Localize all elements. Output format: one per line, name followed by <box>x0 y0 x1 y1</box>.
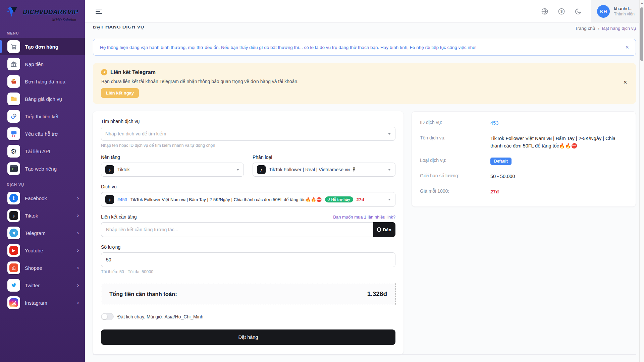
service-search-select[interactable]: Nhập tên dịch vụ để tìm kiếm <box>101 127 395 141</box>
detail-id-value[interactable]: 453 <box>490 120 498 127</box>
sidebar-item-label: Telegram <box>25 230 46 236</box>
avatar: KH <box>597 5 610 18</box>
brand-logo[interactable]: DICHVUDARKVIP MMO Solution <box>0 0 85 26</box>
search-label: Tìm nhanh dịch vụ <box>101 119 395 124</box>
sidebar-item-purchased-orders[interactable]: Đơn hàng đã mua <box>0 73 85 90</box>
sidebar-item-youtube[interactable]: ▶ Youtube › <box>0 242 85 259</box>
sidebar-item-telegram[interactable]: Telegram › <box>0 224 85 242</box>
bank-icon <box>7 58 20 70</box>
breadcrumb-home[interactable]: Trang chủ <box>575 26 595 31</box>
platform-label: Nền tảng <box>101 155 244 160</box>
chevron-right-icon: › <box>77 300 79 306</box>
scroll-up-icon[interactable]: ▲ <box>640 0 644 5</box>
telegram-icon <box>7 227 20 239</box>
link-label: Liên kết cần tăng <box>101 214 137 220</box>
default-type-badge: Default <box>490 158 512 165</box>
chevron-down-icon <box>388 133 391 135</box>
service-details-card: ID dịch vụ: 453 Tên dịch vụ: TikTok Foll… <box>412 111 636 207</box>
sidebar-section-services: DỊCH VỤ <box>0 177 85 189</box>
sidebar-item-instagram[interactable]: Instagram › <box>0 294 85 311</box>
submit-order-button[interactable]: Đặt hàng <box>101 329 395 345</box>
quantity-input[interactable] <box>101 252 395 267</box>
quantity-helper: Tối thiểu: 50 - Tối đa: 50000 <box>101 269 395 274</box>
api-gear-icon: ⚙ <box>7 145 20 158</box>
sidebar-item-label: Đơn hàng đã mua <box>25 79 65 84</box>
page-scrollbar[interactable]: ▲ <box>639 0 644 362</box>
currency-icon[interactable]: $ <box>557 7 566 15</box>
schedule-label: Đặt lịch chạy. Múi giờ: Asia/Ho_Chi_Minh <box>117 314 203 319</box>
main-area: $ KH khanhd... Thành viên ĐẶT HÀNG DỊCH … <box>85 0 644 362</box>
service-label: Dịch vụ <box>101 184 395 189</box>
page-title: ĐẶT HÀNG DỊCH VỤ <box>93 26 144 33</box>
link-icon <box>7 110 20 123</box>
total-label: Tổng tiền cần thanh toán: <box>109 291 177 297</box>
chevron-right-icon: › <box>77 195 79 201</box>
sidebar-item-label: Bảng giá dịch vụ <box>25 96 62 102</box>
scrollbar-thumb[interactable] <box>640 7 643 61</box>
link-input[interactable] <box>101 222 373 237</box>
sidebar-item-label: Youtube <box>25 248 43 253</box>
globe-icon[interactable] <box>541 7 549 15</box>
telegram-card-close-icon[interactable]: × <box>623 78 627 86</box>
instagram-icon <box>7 296 20 309</box>
telegram-link-button[interactable]: Liên kết ngay <box>101 88 139 98</box>
sidebar-item-twitter[interactable]: Twitter › <box>0 277 85 294</box>
chevron-right-icon: › <box>77 230 79 236</box>
terminal-icon: >_ <box>7 162 20 175</box>
schedule-toggle[interactable] <box>101 313 114 320</box>
multi-link-hint[interactable]: Bạn muốn mua 1 lần nhiều link? <box>333 215 395 220</box>
sidebar-item-deposit[interactable]: Nạp tiền <box>0 55 85 73</box>
sidebar-item-label: Tiktok <box>25 213 38 219</box>
tiktok-icon: ♪ <box>7 209 20 222</box>
moon-icon[interactable] <box>574 7 582 15</box>
user-menu[interactable]: KH khanhd... Thành viên <box>591 0 644 22</box>
brand-tagline: MMO Solution <box>52 17 76 22</box>
support-icon <box>7 127 20 140</box>
category-label: Phân loại <box>253 155 395 160</box>
shopee-icon: S <box>7 261 20 274</box>
sidebar-item-label: Twitter <box>25 283 40 288</box>
category-value: TikTok Follower | Real | Vietnamese ᴠɴ 🕴 <box>269 167 357 172</box>
alert-text: Hệ thống hiện đang vận hành bình thường,… <box>100 45 477 50</box>
basket-icon <box>7 75 20 88</box>
breadcrumb-current: Đặt hàng dịch vụ <box>602 26 636 31</box>
sidebar-item-shopee[interactable]: S Shopee › <box>0 259 85 277</box>
youtube-icon: ▶ <box>7 244 20 257</box>
sidebar-item-label: Yêu cầu hỗ trợ <box>25 131 58 137</box>
quantity-label: Số lượng <box>101 244 395 250</box>
breadcrumb-separator: › <box>598 26 599 31</box>
sidebar-item-tiktok[interactable]: ♪ Tiktok › <box>0 207 85 224</box>
detail-name-value: TikTok Follower Việt Nam ᴠɴ | Bấm Tay | … <box>490 135 628 150</box>
chevron-right-icon: › <box>77 247 79 253</box>
sidebar-item-label: Shopee <box>25 265 42 271</box>
chevron-right-icon: › <box>77 265 79 271</box>
sidebar-item-support[interactable]: Yêu cầu hỗ trợ <box>0 125 85 142</box>
cart-icon <box>7 40 20 53</box>
service-select[interactable]: ♪ #453 TikTok Follower Việt Nam ᴠɴ | Bấm… <box>101 192 395 207</box>
search-helper: Nhập tên hoặc ID dịch vụ để tìm kiếm nha… <box>101 143 395 148</box>
menu-toggle-icon[interactable] <box>96 9 102 14</box>
paste-button[interactable]: Dán <box>373 222 395 237</box>
sidebar-item-create-website[interactable]: >_ Tạo web riêng <box>0 160 85 177</box>
alert-close-icon[interactable]: × <box>625 44 629 50</box>
sidebar-item-price-list[interactable]: Bảng giá dịch vụ <box>0 90 85 108</box>
sidebar-item-affiliate[interactable]: Tiếp thị liên kết <box>0 108 85 125</box>
chevron-right-icon: › <box>77 282 79 288</box>
tiktok-icon: ♪ <box>105 195 114 204</box>
category-select[interactable]: ♪ TikTok Follower | Real | Vietnamese ᴠɴ… <box>253 163 395 177</box>
telegram-warning-icon <box>101 69 107 75</box>
folder-icon <box>7 93 20 105</box>
sidebar-item-label: Tài liệu API <box>25 148 50 154</box>
total-value: 1.328đ <box>367 290 387 298</box>
sidebar-item-label: Tạo web riêng <box>25 166 57 172</box>
sidebar-item-create-order[interactable]: Tạo đơn hàng <box>0 38 85 55</box>
sidebar: DICHVUDARKVIP MMO Solution MENU Tạo đơn … <box>0 0 85 362</box>
sidebar-item-facebook[interactable]: f Facebook › <box>0 189 85 207</box>
tiktok-icon: ♪ <box>105 165 114 174</box>
total-box: Tổng tiền cần thanh toán: 1.328đ <box>101 283 395 305</box>
platform-select[interactable]: ♪ Tiktok <box>101 163 244 177</box>
detail-price-value: 27đ <box>490 188 499 196</box>
sidebar-item-api-docs[interactable]: ⚙ Tài liệu API <box>0 142 85 160</box>
user-name: khanhd... <box>614 6 635 11</box>
sidebar-item-label: Facebook <box>25 195 47 201</box>
